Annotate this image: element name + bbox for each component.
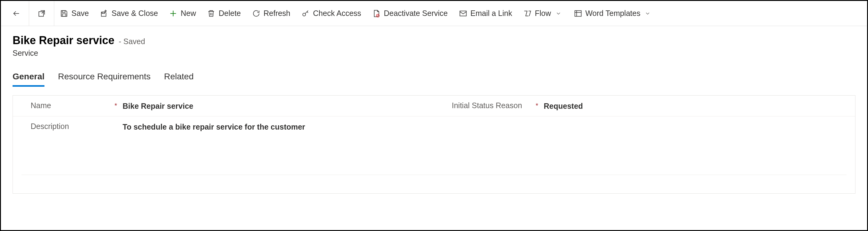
form-cell-empty	[434, 122, 855, 169]
command-bar: Save Save & Close New Delete Refresh Che…	[1, 1, 867, 26]
tab-general[interactable]: General	[12, 72, 44, 87]
required-asterisk: *	[535, 102, 538, 110]
tab-resource-requirements[interactable]: Resource Requirements	[58, 72, 151, 87]
arrow-left-icon	[12, 9, 21, 18]
chevron-down-icon	[643, 9, 652, 18]
word-templates-label: Word Templates	[585, 9, 641, 18]
back-button[interactable]	[4, 1, 29, 26]
save-close-label: Save & Close	[112, 9, 158, 18]
refresh-button[interactable]: Refresh	[246, 1, 296, 26]
delete-label: Delete	[219, 9, 241, 18]
svg-point-4	[303, 13, 306, 15]
word-templates-icon	[574, 9, 582, 18]
deactivate-label: Deactivate Service	[384, 9, 447, 18]
record-title: Bike Repair service	[12, 34, 114, 47]
name-label: Name	[31, 101, 113, 110]
form-row-name-status: Name * Bike Repair service Initial Statu…	[13, 96, 855, 117]
popout-icon	[37, 9, 46, 18]
chevron-down-icon	[554, 9, 563, 18]
trash-icon	[207, 9, 215, 18]
record-title-row: Bike Repair service - Saved	[12, 34, 856, 47]
check-access-label: Check Access	[313, 9, 361, 18]
mail-icon	[459, 9, 467, 18]
deactivate-button[interactable]: Deactivate Service	[367, 1, 453, 26]
svg-rect-6	[460, 11, 466, 15]
new-button[interactable]: New	[163, 1, 202, 26]
status-label: Initial Status Reason	[452, 101, 534, 110]
record-save-status: - Saved	[119, 37, 145, 46]
description-label: Description	[31, 122, 123, 131]
save-close-button[interactable]: Save & Close	[94, 1, 163, 26]
svg-rect-7	[575, 10, 581, 16]
name-field[interactable]: Bike Repair service	[123, 101, 193, 110]
status-field[interactable]: Requested	[544, 101, 583, 110]
tab-related[interactable]: Related	[164, 72, 194, 87]
status-label-col: Initial Status Reason *	[442, 101, 544, 110]
svg-rect-3	[102, 12, 104, 13]
form-cell-name: Name * Bike Repair service	[13, 101, 434, 110]
svg-rect-1	[62, 10, 65, 12]
form-cell-status: Initial Status Reason * Requested	[434, 101, 855, 110]
plus-icon	[169, 9, 178, 18]
description-field[interactable]: To schedule a bike repair service for th…	[123, 122, 305, 131]
description-label-col: Description	[22, 122, 123, 131]
save-icon	[60, 9, 68, 18]
refresh-icon	[252, 9, 260, 18]
required-asterisk: *	[114, 102, 117, 110]
form-spacer	[13, 175, 855, 193]
key-icon	[301, 9, 310, 18]
delete-button[interactable]: Delete	[202, 1, 246, 26]
record-header: Bike Repair service - Saved Service	[1, 26, 867, 63]
form-cell-description: Description To schedule a bike repair se…	[13, 122, 434, 169]
email-link-button[interactable]: Email a Link	[453, 1, 518, 26]
flow-icon	[523, 9, 532, 18]
open-new-window-button[interactable]	[29, 1, 54, 26]
flow-label: Flow	[535, 9, 551, 18]
new-label: New	[181, 9, 196, 18]
refresh-label: Refresh	[264, 9, 290, 18]
name-label-col: Name *	[22, 101, 123, 110]
svg-rect-2	[62, 14, 66, 16]
check-access-button[interactable]: Check Access	[296, 1, 367, 26]
save-close-icon	[100, 9, 108, 18]
form-row-description: Description To schedule a bike repair se…	[13, 117, 855, 175]
form-card: Name * Bike Repair service Initial Statu…	[12, 95, 856, 194]
word-templates-button[interactable]: Word Templates	[568, 1, 658, 26]
save-label: Save	[71, 9, 89, 18]
flow-button[interactable]: Flow	[518, 1, 568, 26]
tab-list: General Resource Requirements Related	[1, 63, 867, 87]
save-button[interactable]: Save	[54, 1, 94, 26]
email-link-label: Email a Link	[470, 9, 512, 18]
deactivate-icon	[372, 9, 381, 18]
record-entity: Service	[12, 49, 856, 58]
